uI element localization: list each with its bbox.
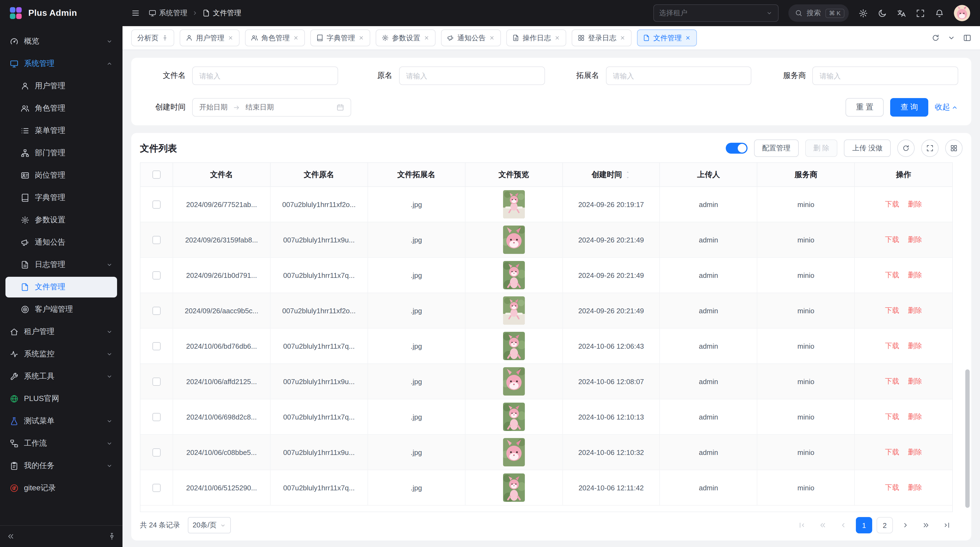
last-page-button[interactable] (939, 517, 955, 533)
download-link[interactable]: 下载 (885, 447, 899, 457)
sidebar-item-overview[interactable]: 概览 (5, 31, 117, 52)
tab-item-5[interactable]: 通知公告 (441, 29, 501, 46)
delete-link[interactable]: 删除 (908, 199, 922, 209)
sidebar-item-test-menu[interactable]: 测试菜单 (5, 411, 117, 432)
layout-toggle-button[interactable] (963, 34, 971, 42)
row-checkbox[interactable] (153, 483, 161, 492)
download-link[interactable]: 下载 (885, 483, 899, 493)
jump-back-button[interactable] (815, 517, 831, 533)
sidebar-item-role-manage[interactable]: 角色管理 (5, 98, 117, 119)
prev-page-button[interactable] (835, 517, 851, 533)
row-checkbox[interactable] (153, 448, 161, 456)
delete-link[interactable]: 删除 (908, 306, 922, 316)
filter-input[interactable] (813, 67, 958, 85)
next-page-button[interactable] (897, 517, 913, 533)
column-header-4[interactable]: 创建时间 (563, 163, 660, 187)
delete-link[interactable]: 删除 (908, 483, 922, 493)
page-button-1[interactable]: 1 (856, 517, 872, 533)
download-link[interactable]: 下载 (885, 376, 899, 386)
row-checkbox[interactable] (153, 200, 161, 208)
download-link[interactable]: 下载 (885, 270, 899, 280)
sidebar-item-my-tasks[interactable]: 我的任务 (5, 456, 117, 476)
row-checkbox[interactable] (153, 306, 161, 315)
close-tab-icon[interactable] (293, 35, 299, 41)
user-avatar[interactable] (954, 5, 970, 21)
sidebar-item-log-manage[interactable]: 日志管理 (5, 254, 117, 275)
sidebar-item-file-manage[interactable]: 文件管理 (5, 277, 117, 297)
file-preview-image[interactable] (503, 438, 525, 466)
close-tab-icon[interactable] (554, 35, 560, 41)
download-link[interactable]: 下载 (885, 199, 899, 209)
filter-input[interactable] (399, 67, 545, 85)
delete-link[interactable]: 删除 (908, 235, 922, 245)
sidebar-item-user-manage[interactable]: 用户管理 (5, 76, 117, 96)
sidebar-item-post-manage[interactable]: 岗位管理 (5, 165, 117, 186)
close-tab-icon[interactable] (685, 35, 691, 41)
tab-analysis[interactable]: 分析页 (131, 29, 174, 46)
search-toggle-switch[interactable] (726, 143, 748, 154)
tab-item-6[interactable]: 操作日志 (506, 29, 566, 46)
tab-item-1[interactable]: 用户管理 (180, 29, 240, 46)
close-tab-icon[interactable] (620, 35, 625, 41)
sidebar-item-system-monitor[interactable]: 系统监控 (5, 344, 117, 365)
sidebar-item-system-tools[interactable]: 系统工具 (5, 366, 117, 387)
file-preview-image[interactable] (503, 261, 525, 289)
close-tab-icon[interactable] (228, 35, 234, 41)
expand-table-button[interactable] (921, 139, 939, 157)
sidebar-item-plus-site[interactable]: PLUS官网 (5, 388, 117, 409)
sidebar-item-client-manage[interactable]: 客户端管理 (5, 299, 117, 320)
download-link[interactable]: 下载 (885, 341, 899, 351)
tab-item-4[interactable]: 参数设置 (375, 29, 436, 46)
sidebar-item-dept-manage[interactable]: 部门管理 (5, 143, 117, 163)
download-link[interactable]: 下载 (885, 235, 899, 245)
collapse-sidebar-button[interactable] (6, 532, 15, 541)
page-button-2[interactable]: 2 (877, 517, 893, 533)
breadcrumb-item-system[interactable]: 系统管理 (149, 8, 187, 18)
download-link[interactable]: 下载 (885, 412, 899, 422)
filter-input[interactable] (606, 67, 752, 85)
search-button[interactable]: 查 询 (890, 98, 928, 116)
file-preview-image[interactable] (503, 474, 525, 502)
breadcrumb-item-current[interactable]: 文件管理 (202, 8, 241, 18)
filter-input[interactable] (192, 67, 338, 85)
tab-item-7[interactable]: 登录日志 (572, 29, 632, 46)
tab-item-2[interactable]: 角色管理 (245, 29, 305, 46)
download-link[interactable]: 下载 (885, 306, 899, 316)
sidebar-item-system-manage[interactable]: 系统管理 (5, 53, 117, 74)
delete-link[interactable]: 删除 (908, 341, 922, 351)
row-checkbox[interactable] (153, 271, 161, 279)
sort-icons[interactable] (625, 170, 631, 179)
sidebar-item-workflow[interactable]: 工作流 (5, 433, 117, 454)
file-preview-image[interactable] (503, 332, 525, 360)
row-checkbox[interactable] (153, 413, 161, 421)
row-checkbox[interactable] (153, 236, 161, 244)
tabs-menu-button[interactable] (947, 34, 956, 42)
file-preview-image[interactable] (503, 226, 525, 254)
date-range-input[interactable]: 开始日期 结束日期 (192, 98, 351, 116)
dark-mode-button[interactable] (878, 8, 887, 18)
settings-button[interactable] (859, 8, 868, 18)
jump-forward-button[interactable] (918, 517, 934, 533)
column-settings-button[interactable] (945, 139, 963, 157)
table-scrollbar[interactable] (965, 369, 970, 508)
delete-link[interactable]: 删除 (908, 412, 922, 422)
delete-link[interactable]: 删除 (908, 270, 922, 280)
language-button[interactable] (897, 8, 906, 18)
close-tab-icon[interactable] (423, 35, 430, 41)
sidebar-item-gitee-log[interactable]: gitee记录 (5, 478, 117, 499)
sidebar-item-notice[interactable]: 通知公告 (5, 232, 117, 253)
tab-item-3[interactable]: 字典管理 (310, 29, 370, 46)
collapse-filter-link[interactable]: 收起 (935, 102, 958, 112)
tenant-select[interactable]: 选择租户 (653, 4, 778, 22)
file-preview-image[interactable] (503, 297, 525, 325)
first-page-button[interactable] (794, 517, 810, 533)
sidebar-item-tenant-manage[interactable]: 租户管理 (5, 321, 117, 342)
app-logo[interactable]: Plus Admin (0, 6, 123, 20)
row-checkbox[interactable] (153, 377, 161, 386)
refresh-page-button[interactable] (932, 34, 940, 42)
close-tab-icon[interactable] (489, 35, 495, 41)
fullscreen-button[interactable] (916, 8, 925, 18)
refresh-table-button[interactable] (897, 139, 915, 157)
file-preview-image[interactable] (503, 403, 525, 431)
select-all-checkbox[interactable] (153, 171, 161, 179)
